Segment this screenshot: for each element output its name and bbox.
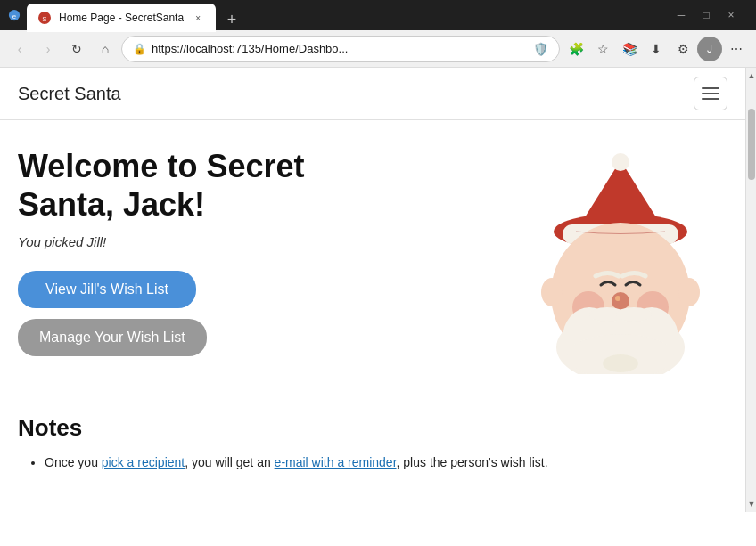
scroll-up-button[interactable]: ▲	[746, 68, 756, 84]
window-controls: ─ □ ×	[670, 4, 749, 26]
svg-point-21	[615, 296, 620, 301]
left-content: Welcome to Secret Santa, Jack! You picke…	[18, 147, 496, 356]
notes-section: Notes Once you pick a recipient, you wil…	[0, 396, 745, 490]
svg-point-11	[612, 292, 629, 310]
svg-point-17	[616, 307, 652, 322]
forward-button[interactable]: ›	[36, 37, 61, 61]
collections-icon[interactable]: 📚	[617, 37, 642, 61]
svg-point-19	[541, 278, 563, 306]
tab-title: Home Page - SecretSanta	[59, 12, 184, 24]
app-navbar: Secret Santa	[0, 68, 745, 120]
back-button[interactable]: ‹	[7, 37, 32, 61]
svg-point-7	[612, 153, 629, 171]
favorites-icon[interactable]: ☆	[590, 37, 615, 61]
home-button[interactable]: ⌂	[93, 37, 118, 61]
title-bar: e S Home Page - SecretSanta × + ─ □ ×	[0, 0, 756, 30]
welcome-heading: Welcome to Secret Santa, Jack!	[18, 147, 496, 224]
hamburger-button[interactable]	[694, 77, 727, 110]
ham-line-3	[702, 98, 719, 100]
scroll-down-button[interactable]: ▼	[746, 496, 756, 512]
tab-close-button[interactable]: ×	[191, 11, 205, 25]
heading-line2: Santa, Jack!	[18, 186, 205, 223]
minimize-button[interactable]: ─	[670, 4, 692, 26]
picked-text: You picked Jill!	[18, 234, 496, 249]
nav-bar: ‹ › ↻ ⌂ 🔒 https://localhost:7135/Home/Da…	[0, 30, 756, 68]
notes-title: Notes	[18, 414, 727, 442]
extension-icon-1: 🛡️	[533, 42, 548, 56]
tab-favicon: S	[37, 11, 52, 25]
ham-line-2	[702, 93, 719, 94]
new-tab-button[interactable]: +	[219, 7, 244, 32]
page-wrapper: Secret Santa Welcome to Secret Santa, Ja…	[0, 68, 756, 512]
notes-list: Once you pick a recipient, you will get …	[18, 452, 727, 472]
email-link[interactable]: e-mail with a reminder	[275, 455, 397, 469]
browser-icon: e	[7, 8, 21, 22]
address-bar[interactable]: 🔒 https://localhost:7135/Home/Dashbo... …	[121, 36, 560, 62]
svg-text:S: S	[42, 15, 46, 23]
view-wishlist-button[interactable]: View Jill's Wish List	[18, 271, 196, 308]
window-close-button[interactable]: ×	[720, 4, 742, 26]
scrollbar[interactable]: ▲ ▼	[745, 68, 756, 512]
svg-point-20	[678, 278, 700, 306]
heading-line1: Welcome to Secret	[18, 148, 304, 184]
secure-icon: 🔒	[133, 43, 146, 55]
downloads-icon[interactable]: ⬇	[644, 37, 669, 61]
active-tab[interactable]: S Home Page - SecretSanta ×	[27, 4, 216, 32]
url-text: https://localhost:7135/Home/Dashbo...	[152, 42, 528, 55]
main-section: Welcome to Secret Santa, Jack! You picke…	[0, 120, 745, 396]
restore-button[interactable]: □	[695, 4, 717, 26]
refresh-button[interactable]: ↻	[64, 37, 89, 61]
ham-line-1	[702, 87, 719, 89]
extensions-icon[interactable]: 🧩	[563, 37, 588, 61]
svg-point-18	[603, 354, 638, 372]
settings-icon[interactable]: ⚙	[670, 37, 695, 61]
profile-icon[interactable]: J	[697, 37, 722, 61]
santa-svg	[522, 151, 719, 374]
manage-wishlist-button[interactable]: Manage Your Wish List	[18, 319, 207, 356]
scroll-thumb[interactable]	[748, 109, 755, 180]
svg-text:e: e	[12, 12, 17, 20]
nav-right-icons: 🧩 ☆ 📚 ⬇ ⚙ J ⋯	[563, 37, 749, 61]
notes-item-1: Once you pick a recipient, you will get …	[45, 452, 727, 472]
tab-bar: S Home Page - SecretSanta × +	[27, 0, 665, 32]
santa-illustration	[514, 147, 727, 379]
pick-link[interactable]: pick a recipient	[102, 455, 185, 469]
more-button[interactable]: ⋯	[724, 37, 749, 61]
page-content: Secret Santa Welcome to Secret Santa, Ja…	[0, 68, 745, 512]
app-brand: Secret Santa	[18, 84, 121, 104]
